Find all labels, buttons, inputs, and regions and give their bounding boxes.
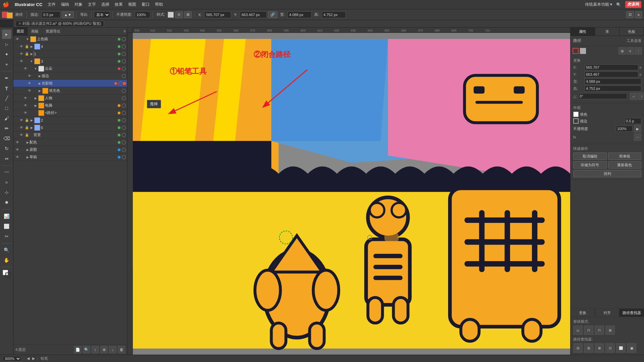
recolor-btn[interactable]: 重新着色 — [608, 161, 642, 169]
expand-btn[interactable]: ▲▼ — [62, 11, 74, 18]
tab-layers[interactable]: 图层 — [13, 27, 28, 35]
save-symbol-btn[interactable]: 存储为符号 — [573, 161, 607, 169]
align-right-btn[interactable]: ≡ — [635, 11, 642, 18]
vis-icon[interactable]: 👁 — [19, 125, 24, 130]
expand-icon2[interactable]: ▶ — [634, 125, 641, 132]
lock-icon[interactable] — [24, 59, 30, 64]
layer-peise[interactable]: 👁 ▶ 配色 — [13, 139, 127, 146]
fill-color-box[interactable] — [573, 112, 579, 117]
apple-menu[interactable]: 🍎 — [3, 1, 9, 8]
lock-icon[interactable] — [28, 66, 34, 71]
y-value-input[interactable] — [585, 71, 638, 77]
vis-icon[interactable]: 👁 — [19, 51, 24, 57]
close-icon[interactable]: ✕ — [18, 22, 21, 25]
layer-4[interactable]: 👁 🔒 ▶ 4 — [13, 43, 127, 50]
delete-btn[interactable]: 🗑 — [118, 346, 125, 353]
vis-icon[interactable]: 👁 — [19, 44, 24, 49]
layer-2[interactable]: 👁 🔒 ▶ 2 — [13, 117, 127, 124]
tool-line[interactable]: ╱ — [2, 94, 11, 103]
expand-icon[interactable]: ▶ — [30, 118, 34, 122]
lock-icon[interactable] — [32, 81, 38, 86]
menu-help[interactable]: 帮助 — [155, 2, 163, 7]
expand-icon[interactable]: ▶ — [30, 126, 34, 130]
layer-beijing[interactable]: 👁 🔒 ▶ 背景 — [13, 131, 127, 139]
layer-tianchongse[interactable]: 👁 ▶ 填充色 — [13, 87, 127, 95]
lock-icon[interactable] — [28, 103, 34, 108]
link-btn[interactable]: 🔗 — [268, 11, 277, 18]
h-value-input[interactable] — [585, 85, 641, 92]
tool-pencil[interactable]: ✏ — [2, 124, 11, 133]
menu-view[interactable]: 视图 — [128, 2, 136, 7]
opacity-input[interactable] — [135, 11, 150, 18]
style-color[interactable] — [168, 12, 174, 18]
tool-magic-wand[interactable]: ✦ — [2, 50, 11, 59]
lock-icon[interactable] — [20, 37, 25, 42]
expand-icon[interactable]: ▼ — [34, 67, 38, 71]
tool-width[interactable]: ≈ — [2, 178, 11, 187]
tool-lasso[interactable]: ⌖ — [2, 60, 11, 69]
fill-color-swatch[interactable] — [7, 12, 13, 18]
expand-icon[interactable]: ▶ — [30, 52, 34, 56]
layer-target-circle[interactable] — [122, 155, 126, 159]
zoom-next-btn[interactable]: ▶ — [32, 356, 35, 361]
layer-caogao[interactable]: 👁 ▶ 草稿 — [13, 154, 127, 161]
stroke-color-box[interactable] — [573, 118, 579, 124]
layer-renwu[interactable]: 👁 ▶ 人物 — [13, 95, 127, 102]
angle-input[interactable] — [578, 93, 627, 99]
y-coord-input[interactable] — [240, 11, 267, 18]
tool-zoom[interactable]: 🔍 — [2, 245, 11, 255]
new-layer-btn[interactable]: 📄 — [74, 346, 82, 353]
h-input[interactable] — [322, 11, 346, 18]
layer-shangseji[interactable]: 👁 ▼ 上色稿 — [13, 36, 127, 43]
vis-icon[interactable]: 👁 — [23, 103, 28, 108]
style-btn[interactable]: ⊙ — [175, 11, 183, 18]
shape-intersect-btn[interactable]: ⊓ — [595, 325, 604, 335]
flip-v-icon[interactable]: ↕ — [638, 93, 644, 100]
layer-target-circle[interactable] — [122, 148, 126, 152]
vis-icon[interactable]: 👁 — [15, 147, 20, 153]
layer-yunruo[interactable]: 👁 ▼ 云朵 — [13, 65, 127, 72]
expand-icon[interactable]: ▶ — [38, 74, 42, 78]
lock-icon[interactable] — [20, 147, 25, 153]
x-value-input[interactable] — [585, 64, 638, 70]
shape-unite-btn[interactable]: ⊔ — [573, 325, 583, 335]
layer-guangyingzu[interactable]: 👁 ▶ 光影组 — [13, 80, 127, 87]
pf-outline-btn[interactable]: ⬜ — [616, 343, 626, 353]
tab-library[interactable]: 库 — [595, 27, 620, 36]
layer-target-circle[interactable] — [122, 37, 126, 41]
lock-icon[interactable] — [28, 110, 34, 116]
tab-asset-export[interactable]: 资源导出 — [42, 27, 64, 35]
tool-reflect[interactable]: ⇔ — [2, 154, 11, 163]
vis-icon[interactable]: 👁 — [23, 66, 28, 71]
pf-crop-btn[interactable]: ⊡ — [605, 343, 615, 353]
shape-minus-btn[interactable]: ⊓ — [584, 325, 593, 335]
expand-icon[interactable]: ▶ — [38, 81, 42, 85]
tool-rotate[interactable]: ↻ — [2, 144, 11, 153]
lock-icon[interactable]: 🔒 — [24, 44, 30, 49]
lock-icon[interactable] — [28, 96, 34, 101]
vis-icon[interactable]: 👁 — [15, 37, 20, 42]
tool-graph[interactable]: 📊 — [2, 212, 11, 221]
menu-window[interactable]: 窗口 — [142, 2, 150, 7]
tab-transform[interactable]: 变换 — [571, 309, 595, 317]
tab-align[interactable]: 对齐 — [595, 309, 620, 317]
w-input[interactable] — [287, 11, 312, 18]
tool-brush[interactable]: 🖌 — [2, 114, 11, 123]
vis-icon[interactable]: 👁 — [27, 73, 32, 79]
stroke-value-input[interactable] — [625, 118, 641, 124]
tool-rect[interactable]: □ — [2, 104, 11, 113]
tab-pathfinder[interactable]: 路径查找器 — [620, 309, 644, 317]
x-coord-input[interactable] — [204, 11, 231, 18]
expand-icon[interactable]: ▶ — [30, 45, 34, 49]
pf-trim-btn[interactable]: ⊞ — [584, 343, 593, 353]
expand-icon[interactable]: ▼ — [30, 59, 34, 63]
menu-edit[interactable]: 编辑 — [61, 2, 69, 7]
menu-file[interactable]: 文件 — [48, 2, 56, 7]
vis-icon[interactable]: 👁 — [15, 140, 20, 145]
menu-text[interactable]: 文字 — [88, 2, 96, 7]
expand-icon[interactable]: ▶ — [25, 140, 30, 144]
layer-target-circle[interactable] — [118, 81, 122, 85]
layer-target-circle[interactable] — [122, 52, 126, 56]
lock-icon[interactable] — [32, 73, 38, 79]
tool-pen[interactable]: ✒ — [2, 73, 11, 83]
